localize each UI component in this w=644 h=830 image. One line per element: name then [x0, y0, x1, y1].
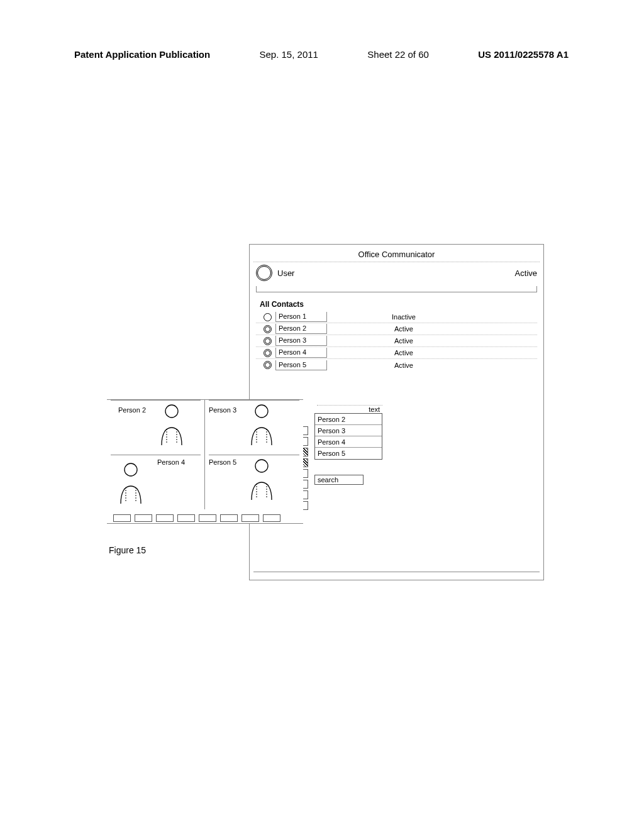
- contact-name: Person 1: [275, 312, 327, 322]
- popup-search-field[interactable]: search: [314, 475, 364, 485]
- contact-name: Person 4: [275, 348, 327, 358]
- stack-tab[interactable]: [177, 514, 195, 522]
- stack-tab[interactable]: [113, 514, 131, 522]
- publication-number: US 2011/0225578 A1: [478, 49, 569, 60]
- stack-cell[interactable]: Person 3: [205, 400, 303, 455]
- stack-tab[interactable]: [156, 514, 174, 522]
- popup-item[interactable]: Person 2: [315, 414, 382, 425]
- contact-status: Inactive: [331, 313, 477, 321]
- stack-tab[interactable]: [242, 514, 259, 522]
- contact-status: Active: [331, 337, 477, 345]
- stack-panel: Person 2 Person 3 Person 4 Person 5: [107, 399, 303, 524]
- contact-name: Person 3: [275, 336, 327, 346]
- stack-cell[interactable]: Person 2: [107, 400, 205, 455]
- popup-panel: text Person 2 Person 3 Person 4 Person 5…: [314, 405, 382, 485]
- status-dot-icon: [264, 325, 272, 333]
- figure-label: Figure 15: [109, 545, 146, 555]
- popup-title: text: [317, 405, 382, 413]
- publication-label: Patent Application Publication: [74, 49, 210, 60]
- person-silhouette-icon: [155, 402, 188, 446]
- stack-cell[interactable]: Person 4: [107, 455, 205, 509]
- contact-name: Person 2: [275, 324, 327, 334]
- status-dot-icon: [264, 361, 272, 369]
- stack-label: Person 5: [209, 458, 236, 466]
- status-dot-icon: [264, 313, 272, 321]
- person-silhouette-icon: [245, 457, 278, 501]
- person-silhouette-icon: [114, 461, 147, 505]
- contacts-list: Person 1 Inactive Person 2 Active Person…: [250, 311, 543, 371]
- page-header: Patent Application Publication Sep. 15, …: [74, 49, 569, 60]
- contact-row[interactable]: Person 3 Active: [256, 335, 537, 347]
- user-status: Active: [515, 268, 537, 278]
- window-title: Office Communicator: [253, 246, 540, 262]
- contact-row[interactable]: Person 5 Active: [256, 359, 537, 371]
- stack-tab[interactable]: [263, 514, 280, 522]
- popup-list: Person 2 Person 3 Person 4 Person 5: [314, 413, 382, 460]
- user-row: User Active: [250, 262, 543, 285]
- status-dot-icon: [264, 337, 272, 345]
- stack-label: Person 3: [209, 406, 236, 414]
- contact-status: Active: [331, 349, 477, 357]
- stack-tab[interactable]: [135, 514, 152, 522]
- stack-label: Person 2: [118, 406, 146, 414]
- person-silhouette-icon: [245, 402, 278, 446]
- contact-status: Active: [331, 362, 477, 369]
- stack-cell[interactable]: Person 5: [205, 455, 303, 509]
- publication-date: Sep. 15, 2011: [260, 49, 318, 60]
- user-avatar-icon: [256, 265, 272, 281]
- popup-item[interactable]: Person 3: [315, 425, 382, 436]
- contacts-section-label: All Contacts: [250, 297, 543, 311]
- contact-row[interactable]: Person 1 Inactive: [256, 311, 537, 323]
- stack-label: Person 4: [157, 458, 185, 466]
- stack-tabs: [113, 514, 280, 522]
- user-name: User: [277, 268, 294, 278]
- sheet-number: Sheet 22 of 60: [367, 49, 429, 60]
- status-dot-icon: [264, 349, 272, 357]
- popup-item[interactable]: Person 5: [315, 448, 382, 459]
- contact-name: Person 5: [275, 360, 327, 370]
- stack-tab[interactable]: [199, 514, 216, 522]
- contact-status: Active: [331, 325, 477, 333]
- contact-row[interactable]: Person 2 Active: [256, 323, 537, 335]
- stack-tab[interactable]: [220, 514, 238, 522]
- contact-row[interactable]: Person 4 Active: [256, 347, 537, 359]
- window-footer-line: [253, 572, 540, 572]
- popup-item[interactable]: Person 4: [315, 436, 382, 448]
- search-field-top[interactable]: [256, 286, 537, 292]
